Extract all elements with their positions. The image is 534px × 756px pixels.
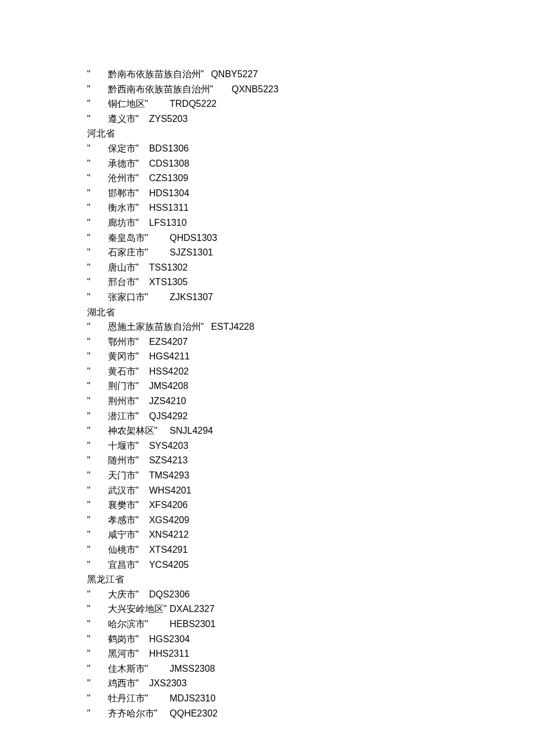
row-prefix: ": [87, 381, 108, 391]
city-name: 廊坊市": [108, 218, 149, 228]
city-code: SZS4213: [149, 455, 188, 465]
city-code: HSS1311: [149, 203, 189, 213]
city-code-row: " 齐齐哈尔市" QQHE2302: [87, 706, 534, 721]
city-code: HSS4202: [149, 366, 189, 376]
city-code-row: " 宜昌市" YCS4205: [87, 557, 534, 573]
row-prefix: ": [87, 634, 108, 644]
city-code-row: " 黑河市" HHS2311: [87, 646, 534, 661]
city-name: 铜仁地区": [108, 99, 170, 109]
city-code: HGS4211: [149, 351, 190, 361]
city-code-row: " 黔西南布依族苗族自治州" QXNB5223: [87, 82, 534, 97]
row-prefix: ": [87, 188, 108, 198]
row-prefix: ": [87, 247, 108, 257]
row-prefix: ": [87, 277, 108, 287]
city-code-row: " 咸宁市" XNS4212: [87, 527, 534, 542]
city-code: EZS4207: [149, 337, 188, 347]
city-code-row: " 遵义市" ZYS5203: [87, 111, 534, 127]
city-code-row: " 邢台市" XTS1305: [87, 275, 534, 290]
city-code: XTS4291: [149, 545, 188, 555]
city-code: SYS4203: [149, 441, 189, 451]
row-prefix: ": [87, 604, 108, 614]
city-code-row: " 大庆市" DQS2306: [87, 587, 534, 602]
row-prefix: ": [87, 292, 108, 302]
city-code-row: " 十堰市" SYS4203: [87, 438, 534, 453]
city-name: 荆门市": [108, 381, 149, 391]
row-prefix: ": [87, 500, 108, 510]
city-code: JMSS2308: [169, 664, 215, 674]
row-prefix: ": [87, 351, 108, 361]
city-code: JXS2303: [149, 678, 187, 688]
city-code-row: " 张家口市" ZJKS1307: [87, 290, 534, 305]
city-name: 潜江市": [108, 411, 149, 421]
city-name: 秦皇岛市": [108, 233, 170, 243]
city-name: 遵义市": [108, 114, 149, 124]
city-code-row: " 黔南布依族苗族自治州" QNBY5227: [87, 67, 534, 82]
city-name: 随州市": [108, 455, 149, 465]
row-prefix: ": [87, 485, 108, 495]
city-code: XFS4206: [149, 500, 188, 510]
city-name: 黔西南布依族苗族自治州": [108, 84, 232, 94]
city-code-row: " 铜仁地区" TRDQ5222: [87, 96, 534, 111]
row-prefix: ": [87, 337, 108, 347]
city-code-row: " 荆州市" JZS4210: [87, 394, 534, 409]
row-prefix: ": [87, 143, 108, 153]
city-name: 衡水市": [108, 203, 149, 213]
city-name: 荆州市": [108, 396, 149, 406]
city-code-row: " 黄冈市" HGS4211: [87, 349, 534, 364]
document-page: " 黔南布依族苗族自治州" QNBY5227" 黔西南布依族苗族自治州" QXN…: [0, 0, 534, 756]
row-prefix: ": [87, 455, 108, 465]
row-prefix: ": [87, 262, 108, 272]
city-code-row: " 鸡西市" JXS2303: [87, 676, 534, 691]
city-code: ZJKS1307: [169, 292, 213, 302]
city-code-row: " 保定市" BDS1306: [87, 141, 534, 156]
city-code-row: " 鄂州市" EZS4207: [87, 334, 534, 350]
city-name: 保定市": [108, 143, 149, 153]
city-code: DQS2306: [149, 589, 190, 599]
city-name: 襄樊市": [108, 500, 149, 510]
city-code: HHS2311: [149, 649, 189, 658]
city-code: DXAL2327: [169, 604, 214, 614]
city-code: JZS4210: [149, 396, 186, 406]
city-code: TMS4293: [149, 470, 189, 480]
city-code: QXNB5223: [232, 84, 279, 94]
city-code-row: " 承德市" CDS1308: [87, 156, 534, 171]
city-name: 黄冈市": [108, 351, 149, 361]
city-name: 牡丹江市": [108, 693, 170, 703]
row-prefix: ": [87, 693, 108, 703]
row-prefix: ": [87, 708, 108, 718]
city-code: SNJL4294: [169, 426, 213, 435]
city-name: 十堰市": [108, 441, 149, 451]
row-prefix: ": [87, 173, 108, 183]
province-heading: 湖北省: [87, 305, 534, 320]
row-prefix: ": [87, 84, 108, 94]
row-prefix: ": [87, 515, 108, 525]
row-prefix: ": [87, 233, 108, 243]
city-code-row: " 大兴安岭地区" DXAL2327: [87, 602, 534, 617]
city-code: TRDQ5222: [169, 99, 217, 109]
city-code: CDS1308: [149, 159, 189, 168]
row-prefix: ": [87, 530, 108, 539]
city-code: TSS1302: [149, 262, 188, 272]
city-name: 大庆市": [108, 589, 149, 599]
city-code-row: " 恩施土家族苗族自治州" ESTJ4228: [87, 319, 534, 334]
city-code-row: " 神农架林区" SNJL4294: [87, 423, 534, 438]
row-prefix: ": [87, 678, 108, 688]
city-code-row: " 鹤岗市" HGS2304: [87, 632, 534, 647]
city-code: QQHE2302: [169, 708, 218, 718]
row-prefix: ": [87, 322, 108, 332]
city-code-row: " 天门市" TMS4293: [87, 468, 534, 483]
row-prefix: ": [87, 649, 108, 658]
city-name: 黑河市": [108, 649, 149, 658]
row-prefix: ": [87, 114, 108, 124]
city-code: BDS1306: [149, 143, 189, 153]
city-name: 鹤岗市": [108, 634, 149, 644]
row-prefix: ": [87, 396, 108, 406]
city-code-row: " 邯郸市" HDS1304: [87, 186, 534, 201]
city-name: 佳木斯市": [108, 664, 170, 674]
city-code: YCS4205: [149, 560, 189, 570]
row-prefix: ": [87, 159, 108, 168]
city-code: WHS4201: [149, 485, 192, 495]
row-prefix: ": [87, 619, 108, 629]
city-code: ZYS5203: [149, 114, 188, 124]
city-name: 大兴安岭地区": [108, 604, 170, 614]
